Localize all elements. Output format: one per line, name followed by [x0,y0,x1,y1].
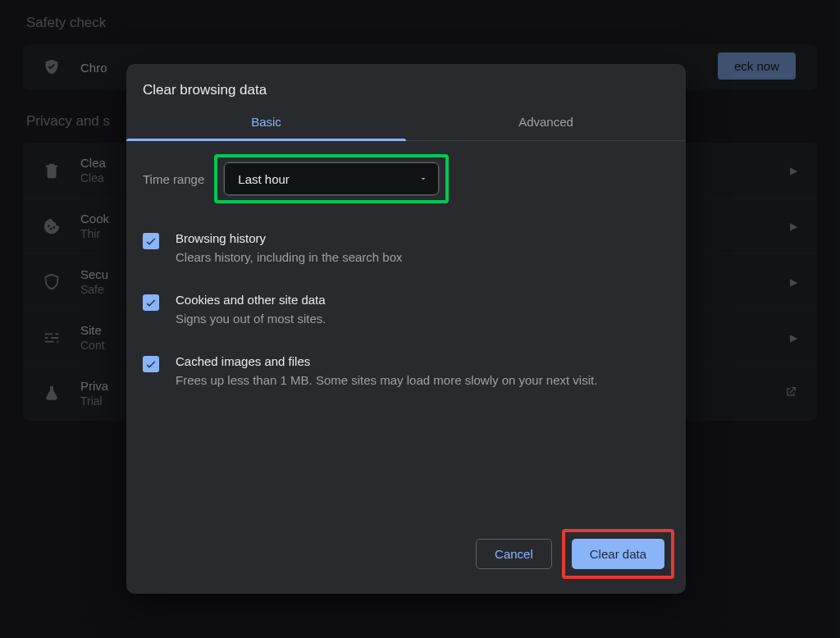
option-desc: Clears history, including in the search … [176,248,403,267]
clear-data-button[interactable]: Clear data [572,539,664,569]
flask-icon [43,385,61,403]
option-desc: Signs you out of most sites. [176,310,326,328]
dialog-header: Clear browsing data [126,64,686,105]
option-title: Cookies and other site data [176,293,326,307]
tab-basic[interactable]: Basic [126,105,406,140]
caret-down-icon [418,174,428,184]
tab-advanced[interactable]: Advanced [406,105,686,140]
dialog-footer: Cancel Clear data [126,517,686,594]
cancel-button[interactable]: Cancel [476,539,552,569]
dialog-body: Time range Last hour Browsing history Cl… [126,141,686,517]
option-desc: Frees up less than 1 MB. Some sites may … [176,371,597,390]
annotation-highlight-red: Clear data [562,529,674,579]
shield-icon [43,273,61,291]
open-external-icon [784,385,797,401]
checkbox-browsing-history[interactable] [143,233,159,249]
check-now-button[interactable]: eck now [718,52,796,80]
option-title: Cached images and files [176,354,597,368]
dialog-tabs: Basic Advanced [126,105,686,141]
dialog-title: Clear browsing data [143,82,664,98]
safety-check-heading: Safety check [26,15,817,31]
shield-check-icon [43,58,61,76]
chevron-right-icon: ▶ [790,165,797,176]
option-cached: Cached images and files Frees up less th… [143,346,669,408]
option-title: Browsing history [176,231,403,245]
option-browsing-history: Browsing history Clears history, includi… [143,223,669,285]
time-range-value: Last hour [238,172,290,186]
chevron-right-icon: ▶ [790,276,797,288]
cookie-icon [43,217,61,235]
trash-icon [43,162,61,180]
clear-browsing-data-dialog: Clear browsing data Basic Advanced Time … [126,64,686,594]
annotation-highlight-green: Last hour [214,154,449,203]
chevron-right-icon: ▶ [790,332,797,344]
checkbox-cookies[interactable] [143,294,159,311]
time-range-select[interactable]: Last hour [224,162,439,195]
time-range-label: Time range [143,172,204,186]
checkbox-cached[interactable] [143,356,159,372]
time-range-row: Time range Last hour [143,154,669,203]
chevron-right-icon: ▶ [790,221,797,232]
sliders-icon [43,329,61,347]
option-cookies: Cookies and other site data Signs you ou… [143,285,669,346]
